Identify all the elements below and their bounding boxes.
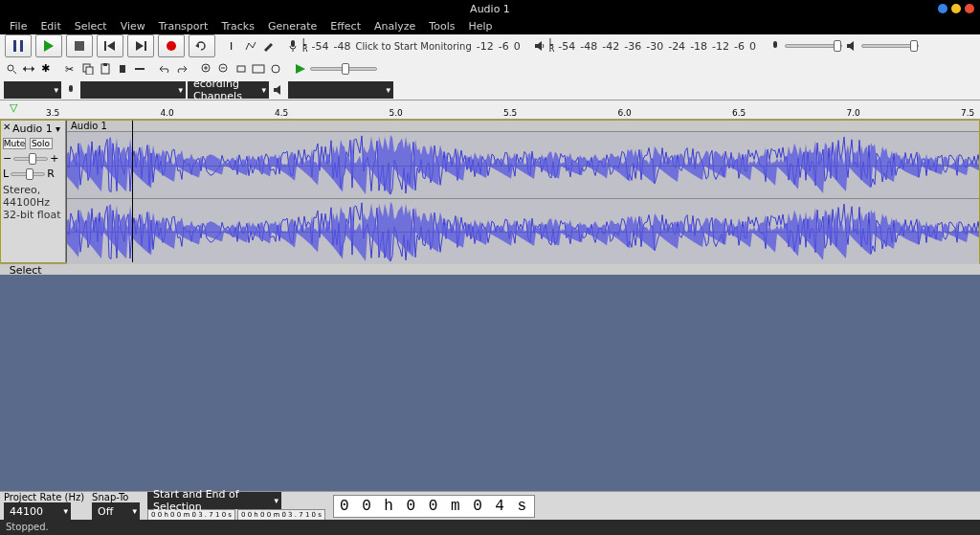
- titlebar: Audio 1: [0, 0, 980, 17]
- skip-start-button[interactable]: [97, 34, 123, 57]
- mute-button[interactable]: Mute: [3, 138, 26, 149]
- menu-tracks[interactable]: Tracks: [215, 18, 260, 34]
- zoom-fit-icon[interactable]: [251, 61, 266, 77]
- menu-tools[interactable]: Tools: [423, 18, 460, 34]
- envelope-tool-icon[interactable]: [243, 38, 258, 54]
- loop-button[interactable]: [189, 34, 215, 57]
- speaker-slider-icon: [844, 38, 859, 54]
- svg-point-36: [272, 65, 279, 73]
- menu-edit[interactable]: Edit: [34, 18, 66, 34]
- playback-speed-slider[interactable]: [310, 67, 377, 71]
- zoom-sel-icon[interactable]: [234, 61, 249, 77]
- paste-icon[interactable]: [98, 61, 113, 77]
- play-button[interactable]: [35, 34, 62, 57]
- track-select-button[interactable]: Select: [0, 263, 980, 275]
- multi-tool-icon[interactable]: ✱: [38, 61, 54, 77]
- audio-track: ✕ Audio 1 ▾ Mute Solo −+ LR Stereo, 4410…: [0, 120, 980, 263]
- audio-host-dropdown[interactable]: [4, 81, 61, 99]
- redo-icon[interactable]: [174, 61, 189, 77]
- svg-text:✱: ✱: [41, 63, 50, 75]
- max-icon[interactable]: [951, 4, 961, 13]
- svg-marker-2: [44, 40, 54, 52]
- svg-rect-24: [86, 67, 93, 75]
- svg-marker-13: [535, 41, 542, 51]
- record-button[interactable]: [158, 34, 185, 57]
- lr-meter-play: LR: [549, 39, 555, 53]
- menubar: FileEditSelectViewTransportTracksGenerat…: [0, 17, 980, 34]
- menu-transport[interactable]: Transport: [153, 18, 214, 34]
- project-rate-label: Project Rate (Hz): [4, 492, 84, 502]
- solo-button[interactable]: Solo: [30, 138, 53, 149]
- window-title: Audio 1: [470, 3, 510, 15]
- menu-help[interactable]: Help: [462, 18, 498, 34]
- recording-volume-slider[interactable]: [785, 44, 842, 48]
- clip-header[interactable]: Audio 1: [67, 121, 979, 132]
- stop-button[interactable]: [66, 34, 93, 57]
- time-position[interactable]: 0 0 h 0 0 m 0 4 s: [333, 495, 535, 518]
- close-icon[interactable]: [965, 4, 974, 13]
- svg-marker-6: [136, 41, 144, 51]
- copy-icon[interactable]: [80, 61, 96, 77]
- svg-rect-7: [145, 41, 146, 51]
- menu-view[interactable]: View: [115, 18, 151, 34]
- svg-marker-19: [23, 66, 26, 72]
- svg-text:✂: ✂: [65, 63, 74, 75]
- undo-icon[interactable]: [157, 61, 172, 77]
- lr-meter-rec: LR: [302, 39, 308, 53]
- svg-rect-35: [253, 65, 264, 73]
- menu-file[interactable]: File: [4, 18, 33, 34]
- timeshift-tool-icon[interactable]: [21, 61, 36, 77]
- zoom-out-icon[interactable]: [216, 61, 232, 77]
- play-at-speed-icon[interactable]: [293, 61, 308, 77]
- playback-device-dropdown[interactable]: [288, 81, 393, 99]
- trim-icon[interactable]: [115, 61, 130, 77]
- recording-device-dropdown[interactable]: [80, 81, 186, 99]
- track-name-dropdown[interactable]: Audio 1 ▾: [12, 123, 60, 134]
- mic-icon-2: [63, 82, 78, 98]
- svg-rect-14: [773, 41, 777, 48]
- menu-analyze[interactable]: Analyze: [368, 18, 421, 34]
- status-message: Stopped.: [0, 520, 980, 535]
- snap-to-dropdown[interactable]: Off: [92, 502, 140, 520]
- waveform-area[interactable]: Audio 1: [66, 121, 979, 262]
- zoom-in-icon[interactable]: [199, 61, 214, 77]
- mic-slider-icon: [768, 38, 783, 54]
- silence-icon[interactable]: [132, 61, 147, 77]
- cut-icon[interactable]: ✂: [63, 61, 78, 77]
- draw-tool-icon[interactable]: [260, 38, 276, 54]
- waveform-right[interactable]: [67, 198, 979, 264]
- svg-text:I: I: [230, 40, 233, 52]
- playback-meter[interactable]: -54-48-42-36-30-24-18-12-60: [556, 40, 758, 53]
- waveform-left[interactable]: [67, 132, 979, 198]
- project-rate-dropdown[interactable]: 44100: [4, 502, 71, 520]
- selection-tool-icon[interactable]: I: [226, 38, 241, 54]
- menu-generate[interactable]: Generate: [262, 18, 323, 34]
- skip-end-button[interactable]: [127, 34, 154, 57]
- track-gain-slider[interactable]: [13, 157, 48, 161]
- track-close-icon[interactable]: ✕: [3, 122, 11, 132]
- recording-meter[interactable]: -54-48Click to Start Monitoring-12-60: [310, 40, 523, 53]
- svg-rect-0: [13, 40, 16, 52]
- svg-marker-5: [107, 41, 115, 51]
- svg-marker-39: [274, 85, 280, 95]
- svg-rect-27: [120, 65, 125, 73]
- svg-point-16: [8, 65, 13, 71]
- playback-volume-slider[interactable]: [861, 44, 919, 48]
- playhead-marker-icon: ▽: [10, 101, 17, 114]
- tracks-area: ✕ Audio 1 ▾ Mute Solo −+ LR Stereo, 4410…: [0, 120, 980, 491]
- track-pan-slider[interactable]: [11, 172, 45, 176]
- zoom-tool-icon[interactable]: [4, 61, 19, 77]
- svg-marker-20: [32, 66, 34, 72]
- svg-rect-38: [69, 85, 73, 92]
- recording-channels-dropdown[interactable]: ecording Channels: [188, 81, 269, 99]
- timeline-ruler[interactable]: ▽ 3.54.04.55.05.56.06.57.07.5: [0, 100, 980, 120]
- selection-toolbar: Project Rate (Hz) 44100 Snap-To Off Star…: [0, 491, 980, 520]
- menu-select[interactable]: Select: [69, 18, 113, 34]
- svg-point-8: [167, 41, 176, 51]
- pause-button[interactable]: [5, 34, 32, 57]
- menu-effect[interactable]: Effect: [324, 18, 367, 34]
- selection-mode-dropdown[interactable]: Start and End of Selection: [147, 492, 281, 509]
- min-icon[interactable]: [938, 4, 947, 13]
- zoom-toggle-icon[interactable]: [268, 61, 283, 77]
- svg-marker-15: [847, 41, 854, 51]
